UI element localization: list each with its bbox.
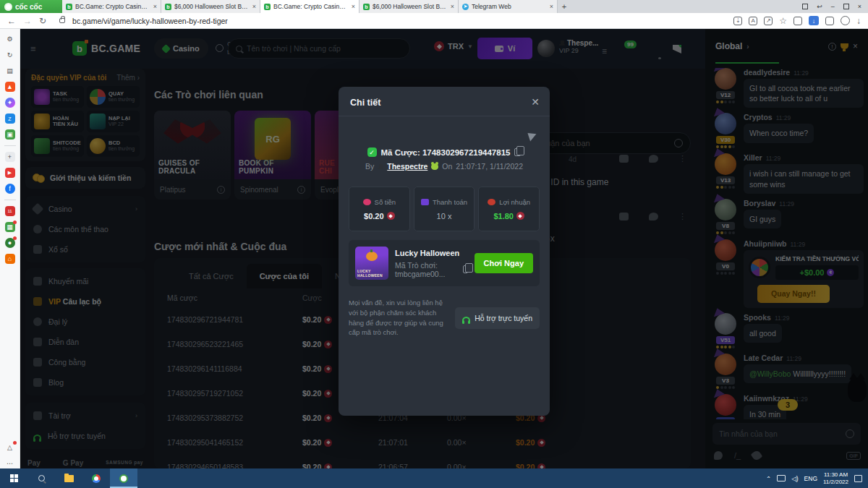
more-options-icon[interactable]: ⋯ <box>5 458 15 468</box>
send-to-device-icon[interactable]: ⇣ <box>733 17 742 25</box>
url-text[interactable]: bc.game/vi/game/lucky-halloween-by-red-t… <box>72 17 726 25</box>
reading-list-icon[interactable]: ▤ <box>5 66 15 76</box>
game-title: Lucky Halloween <box>395 249 468 257</box>
back-icon[interactable]: ← <box>7 17 16 25</box>
stat-profit: Lợi nhuận $1.80 <box>478 187 540 231</box>
recent-tabs-icon[interactable]: ↩ <box>817 3 822 10</box>
trx-token-icon <box>387 212 395 220</box>
tab-search-icon[interactable] <box>802 4 808 9</box>
browser-tab-4[interactable]: b$6,000 Halloween Slot Battle× <box>359 0 459 13</box>
new-tab-button[interactable]: + <box>558 0 571 13</box>
volume-icon[interactable]: ◁) <box>791 475 798 482</box>
add-shortcut-icon[interactable]: + <box>5 152 15 162</box>
copy-icon[interactable] <box>463 265 468 273</box>
action-center-icon[interactable] <box>854 475 862 482</box>
network-icon[interactable] <box>777 475 786 481</box>
pumpkin-art <box>366 252 378 261</box>
game-id: Mã Trò chơi: tmbcgame00... <box>395 261 459 278</box>
downloads-icon[interactable]: ↓ <box>856 17 861 25</box>
browser-tab-5[interactable]: ➤Telegram Web× <box>459 0 558 13</box>
game-summary-card: LUCKY HALLOWEEN Lucky Halloween Mã Trò c… <box>349 240 540 286</box>
facebook-icon[interactable]: f <box>5 184 15 194</box>
support-help-text: Mọi vấn đề, xin vui lòng liên hệ với bộ … <box>349 298 449 338</box>
lock-icon[interactable] <box>59 18 65 23</box>
bcgame-favicon: b <box>165 4 171 10</box>
chrome-app[interactable] <box>82 468 110 488</box>
bcgame-page: ≡ b BC.GAME Casino Các mônthể thao TRX ▼ <box>20 29 868 468</box>
adblock-shield-icon[interactable] <box>793 17 802 25</box>
coccoc-app-active[interactable] <box>110 468 137 488</box>
tray-expand-icon[interactable]: ⌃ <box>766 475 771 482</box>
headset-icon <box>462 317 470 322</box>
sports-ball-icon[interactable]: ● <box>5 238 15 248</box>
history-icon[interactable]: ↻ <box>5 50 15 60</box>
share-page-icon[interactable]: ↗ <box>764 17 773 25</box>
windows-icon <box>10 474 18 482</box>
close-tab-icon[interactable]: × <box>153 3 157 10</box>
close-tab-icon[interactable]: × <box>550 3 553 10</box>
frog-emoji-icon <box>431 163 438 170</box>
taskbar-search[interactable] <box>27 468 55 488</box>
share-icon[interactable] <box>527 131 537 142</box>
video-download-icon[interactable]: ↓ <box>809 16 819 25</box>
shopping-sale-icon[interactable]: 11 <box>5 206 15 216</box>
games-icon[interactable]: ▣ <box>5 129 15 140</box>
reload-icon[interactable]: ↻ <box>39 17 46 25</box>
modal-close-icon[interactable]: ✕ <box>531 96 540 108</box>
close-window-button[interactable]: × <box>858 3 861 10</box>
copy-icon[interactable] <box>514 148 521 156</box>
file-explorer[interactable] <box>55 468 82 488</box>
verified-icon: ✓ <box>367 147 377 157</box>
browser-tab-1[interactable]: bBC.Game: Crypto Casino Gan× <box>62 0 161 13</box>
trx-token-icon <box>516 212 524 220</box>
browser-tab-3-active[interactable]: bBC.Game: Crypto Casino Gan× <box>260 0 359 13</box>
game-thumbnail[interactable]: LUCKY HALLOWEEN <box>355 247 388 280</box>
close-tab-icon[interactable]: × <box>352 3 355 10</box>
browser-profile-icon[interactable] <box>841 16 850 25</box>
player-name[interactable]: Thespectre <box>387 162 427 171</box>
minimize-button[interactable]: – <box>831 3 835 10</box>
stat-payout: Thanh toán 10 x <box>414 187 475 231</box>
search-icon <box>38 475 45 481</box>
live-support-button[interactable]: Hỗ trợ trực tuyến <box>455 307 540 329</box>
extensions-puzzle-icon[interactable] <box>825 17 834 25</box>
settings-gear-icon[interactable]: ⚙ <box>5 34 15 44</box>
zalo-icon[interactable]: Z <box>5 114 15 124</box>
bcgame-favicon: b <box>66 4 72 10</box>
browser-side-rail: ⚙ ↻ ▤ ▲ ✦ Z ▣ + ▶ f 11 ▦ ● ⌂ △ ⋯ <box>0 29 20 468</box>
cart-icon[interactable]: ⌂ <box>5 254 15 264</box>
coccoc-logo-icon <box>4 3 12 11</box>
stat-amount: Số tiền $0.20 <box>349 187 410 231</box>
gift-icon[interactable]: ▦ <box>5 222 15 232</box>
modal-title: Chi tiết <box>350 98 380 108</box>
browser-tab-strip: cốc cốc bBC.Game: Crypto Casino Gan× b$6… <box>0 0 868 13</box>
forward-icon[interactable]: → <box>23 17 32 25</box>
start-button[interactable] <box>0 468 27 488</box>
close-tab-icon[interactable]: × <box>451 3 454 10</box>
folder-icon <box>64 475 74 482</box>
browser-tab-2[interactable]: b$6,000 Halloween Slot Battle× <box>161 0 260 13</box>
hot-trends-icon[interactable]: ▲ <box>5 82 15 92</box>
bet-details-modal: Chi tiết ✕ ✓ Mã Cược: 174830296721944781… <box>339 87 550 416</box>
chrome-icon <box>92 474 101 483</box>
coccoc-brand: cốc cốc <box>0 0 62 13</box>
translate-icon[interactable]: A <box>749 17 757 25</box>
messenger-icon[interactable]: ✦ <box>5 98 15 108</box>
bookmark-star-icon[interactable]: ☆ <box>779 17 787 25</box>
play-now-button[interactable]: Chơi Ngay <box>475 253 534 273</box>
brand-label: cốc cốc <box>15 3 42 11</box>
address-bar: ← → ↻ bc.game/vi/game/lucky-halloween-by… <box>0 13 868 29</box>
maximize-button[interactable] <box>843 4 849 9</box>
clock[interactable]: 11:30 AM11/2/2022 <box>823 471 848 486</box>
bet-id: 1748302967219447815 <box>422 148 511 157</box>
notifications-bell-icon[interactable]: △ <box>5 442 15 453</box>
youtube-icon[interactable]: ▶ <box>5 168 15 178</box>
close-tab-icon[interactable]: × <box>252 3 256 10</box>
profit-icon <box>488 199 495 205</box>
windows-taskbar: ⌃ ◁) ENG 11:30 AM11/2/2022 <box>0 468 868 488</box>
divider <box>339 116 550 116</box>
screen: cốc cốc bBC.Game: Crypto Casino Gan× b$6… <box>0 0 868 488</box>
divider <box>4 145 16 146</box>
language-indicator[interactable]: ENG <box>804 475 817 482</box>
bet-datetime: 21:07:17, 1/11/2022 <box>456 162 523 171</box>
